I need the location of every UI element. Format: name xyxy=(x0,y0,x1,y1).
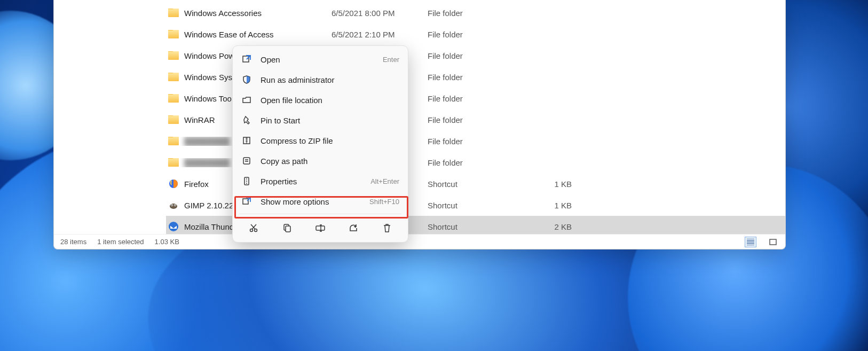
folder-icon xyxy=(168,115,179,124)
file-name: GIMP 2.10.22 xyxy=(184,201,233,210)
file-size: 1 KB xyxy=(529,201,572,210)
context-menu-action-row xyxy=(236,216,405,239)
svg-rect-20 xyxy=(316,226,325,230)
firefox-icon xyxy=(168,178,179,189)
view-details-button[interactable] xyxy=(745,237,756,247)
context-menu-item-admin[interactable]: Run as administrator xyxy=(236,69,405,90)
cut-button[interactable] xyxy=(243,220,264,238)
view-large-icons-button[interactable] xyxy=(767,237,779,247)
file-type: File folder xyxy=(428,94,529,103)
context-menu-label: Show more options xyxy=(261,197,361,206)
open-icon xyxy=(241,54,252,65)
file-type: Shortcut xyxy=(428,222,529,231)
props-icon xyxy=(241,176,252,186)
file-size: 2 KB xyxy=(529,222,572,231)
context-menu-item-more[interactable]: Show more optionsShift+F10 xyxy=(236,191,405,212)
folder-icon xyxy=(168,137,179,145)
share-icon xyxy=(348,223,359,235)
file-row[interactable]: Windows Accessories6/5/2021 8:00 PMFile … xyxy=(166,2,785,24)
file-type: File folder xyxy=(428,158,529,167)
svg-point-5 xyxy=(175,205,176,206)
svg-rect-10 xyxy=(243,158,250,164)
file-type: Shortcut xyxy=(428,180,529,189)
file-name: Windows Ease of Access xyxy=(184,30,274,39)
file-type: File folder xyxy=(428,115,529,124)
context-menu-separator xyxy=(239,214,401,214)
file-name: Mozilla Thunde xyxy=(184,222,238,231)
file-type: File folder xyxy=(428,73,529,82)
cut-icon xyxy=(248,223,259,235)
file-name: Windows Tools xyxy=(184,94,238,103)
svg-rect-19 xyxy=(286,226,290,232)
status-selected-count: 1 item selected xyxy=(97,238,144,246)
context-menu-item-location[interactable]: Open file location xyxy=(236,90,405,110)
file-size: 1 KB xyxy=(529,180,572,189)
copy-button[interactable] xyxy=(277,220,297,238)
file-list[interactable]: Windows Accessories6/5/2021 8:00 PMFile … xyxy=(54,0,785,234)
admin-icon xyxy=(241,74,252,85)
svg-point-4 xyxy=(171,205,172,206)
copy-icon xyxy=(282,223,293,235)
context-menu-accel: Alt+Enter xyxy=(370,177,399,185)
folder-icon xyxy=(168,30,179,38)
file-name: ████████ xyxy=(184,158,230,167)
context-menu: OpenEnterRun as administratorOpen file l… xyxy=(232,45,408,243)
more-icon xyxy=(241,196,252,207)
delete-button[interactable] xyxy=(377,220,397,238)
file-type: File folder xyxy=(428,51,529,60)
file-type: File folder xyxy=(428,30,529,39)
context-menu-item-path[interactable]: Copy as path xyxy=(236,151,405,171)
pin-icon xyxy=(241,115,252,126)
svg-point-13 xyxy=(246,181,247,182)
folder-icon xyxy=(168,51,179,60)
context-menu-label: Properties xyxy=(261,177,362,186)
svg-rect-7 xyxy=(770,239,776,245)
file-explorer-window: Windows Accessories6/5/2021 8:00 PMFile … xyxy=(53,0,786,249)
file-name: Windows Powe xyxy=(184,51,239,60)
zip-icon xyxy=(241,135,252,146)
context-menu-item-open[interactable]: OpenEnter xyxy=(236,49,405,69)
file-row[interactable]: Windows Ease of Access6/5/2021 2:10 PMFi… xyxy=(166,24,785,45)
delete-icon xyxy=(382,223,392,235)
file-name: Firefox xyxy=(184,180,209,189)
svg-point-1 xyxy=(170,204,177,209)
gimp-icon xyxy=(168,200,179,210)
context-menu-accel: Shift+F10 xyxy=(369,198,399,206)
path-icon xyxy=(241,155,252,166)
folder-icon xyxy=(168,94,179,103)
context-menu-label: Copy as path xyxy=(261,157,391,166)
folder-icon xyxy=(168,73,179,81)
file-date: 6/5/2021 2:10 PM xyxy=(332,30,428,39)
svg-rect-8 xyxy=(243,56,249,62)
file-name: Windows Syste xyxy=(184,73,239,82)
location-icon xyxy=(241,95,252,105)
rename-icon xyxy=(315,223,326,235)
file-name: WinRAR xyxy=(184,115,215,124)
svg-point-6 xyxy=(169,222,178,231)
share-button[interactable] xyxy=(343,220,364,238)
status-selected-size: 1.03 KB xyxy=(155,238,179,246)
folder-icon xyxy=(168,158,179,167)
context-menu-label: Open file location xyxy=(261,96,391,105)
svg-rect-15 xyxy=(243,199,248,204)
context-menu-label: Run as administrator xyxy=(261,75,391,84)
file-type: File folder xyxy=(428,137,529,146)
file-name: Windows Accessories xyxy=(184,9,262,18)
context-menu-item-pin[interactable]: Pin to Start xyxy=(236,110,405,130)
svg-point-12 xyxy=(246,178,247,180)
context-menu-item-props[interactable]: PropertiesAlt+Enter xyxy=(236,171,405,191)
file-date: 6/5/2021 8:00 PM xyxy=(332,9,428,18)
status-item-count: 28 items xyxy=(60,238,86,246)
file-name: ████████ xyxy=(184,137,230,146)
folder-icon xyxy=(168,9,179,17)
context-menu-label: Pin to Start xyxy=(261,116,391,125)
context-menu-label: Compress to ZIP file xyxy=(261,136,391,145)
svg-point-14 xyxy=(246,183,247,184)
context-menu-item-zip[interactable]: Compress to ZIP file xyxy=(236,130,405,151)
rename-button[interactable] xyxy=(310,220,330,238)
file-type: File folder xyxy=(428,9,529,18)
context-menu-label: Open xyxy=(261,55,374,64)
status-bar: 28 items 1 item selected 1.03 KB xyxy=(54,234,785,249)
file-type: Shortcut xyxy=(428,201,529,210)
context-menu-accel: Enter xyxy=(383,56,399,64)
